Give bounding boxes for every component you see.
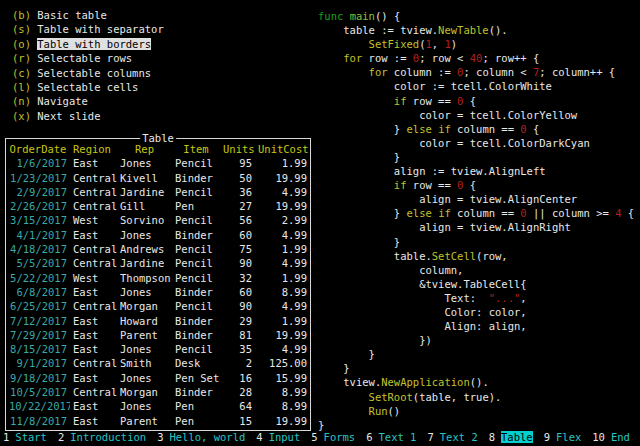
table-cell: 16 — [220, 371, 255, 385]
table-cell: West — [70, 213, 117, 227]
code-line: color = tcell.ColorDarkCyan — [318, 136, 634, 150]
table-panel: Table OrderDateRegionRepItemUnitsUnitCos… — [5, 138, 311, 431]
table-cell: 19.99 — [255, 199, 310, 213]
navbar-slide-table[interactable]: 8Table — [489, 430, 533, 444]
table-cell: East — [70, 156, 117, 170]
menu-shortcut-key: (c) — [12, 67, 31, 79]
table-cell: 32 — [220, 271, 255, 285]
table-cell: Morgan — [117, 385, 172, 399]
terminal-screen: (b) Basic table(s) Table with separator(… — [0, 0, 640, 446]
table-cell: Thompson — [117, 271, 172, 285]
table-cell: East — [70, 328, 117, 342]
menu-item-selectable-cells[interactable]: (l) Selectable cells — [12, 80, 164, 94]
code-line: if row == 0 { — [318, 94, 634, 108]
table-cell: 4.99 — [255, 299, 310, 313]
table-cell: 3/15/2017 — [6, 213, 70, 227]
column-header-region: Region — [70, 142, 117, 156]
table-cell: 4.99 — [255, 185, 310, 199]
menu-item-next-slide[interactable]: (x) Next slide — [12, 109, 164, 123]
code-line: Run() — [318, 404, 634, 418]
table-cell: 50 — [220, 171, 255, 185]
table-cell: Central — [70, 256, 117, 270]
slide-number: 1 — [3, 431, 9, 443]
table-cell: 1/6/2017 — [6, 156, 70, 170]
table-cell: 125.00 — [255, 356, 310, 370]
navbar-slide-start[interactable]: 1Start — [3, 430, 47, 444]
menu-item-selectable-columns[interactable]: (c) Selectable columns — [12, 66, 164, 80]
table-cell: 8/15/2017 — [6, 342, 70, 356]
column-header-unitcost: UnitCost — [255, 142, 310, 156]
slide-label: Introduction — [70, 431, 146, 443]
menu-item-label: Next slide — [37, 110, 100, 122]
table-cell: Jones — [117, 342, 172, 356]
code-line: for row := 0; row < 40; row++ { — [318, 51, 634, 65]
navbar-slide-text-2[interactable]: 7Text 2 — [427, 430, 477, 444]
menu-item-label: Selectable rows — [37, 52, 132, 64]
table-cell: Central — [70, 199, 117, 213]
code-line: Text: "...", — [318, 291, 634, 305]
navbar-slide-input[interactable]: 4Input — [256, 430, 300, 444]
navbar-slide-text-1[interactable]: 6Text 1 — [366, 430, 416, 444]
navbar-slide-flex[interactable]: 9Flex — [544, 430, 582, 444]
table-row: 4/1/2017EastJonesBinder604.99 — [6, 228, 310, 242]
table-cell: Pencil — [172, 299, 220, 313]
table-cell: East — [70, 399, 117, 413]
code-line: Color: color, — [318, 305, 634, 319]
table-cell: Binder — [172, 385, 220, 399]
menu-item-selectable-rows[interactable]: (r) Selectable rows — [12, 51, 164, 65]
code-line: align = tview.AlignCenter — [318, 192, 634, 206]
table-cell: 28 — [220, 385, 255, 399]
code-line: column, — [318, 263, 634, 277]
code-line: SetFixed(1, 1) — [318, 37, 634, 51]
code-line: table := tview.NewTable(). — [318, 23, 634, 37]
table-cell: 36 — [220, 185, 255, 199]
table-row: 5/5/2017CentralJardinePencil904.99 — [6, 256, 310, 270]
table-cell: Pen Set — [172, 371, 220, 385]
table-cell: 35 — [220, 342, 255, 356]
table-row: 10/22/2017EastJonesPen648.99 — [6, 399, 310, 413]
menu-shortcut-key: (s) — [12, 23, 31, 35]
table-row: 6/8/2017EastJonesBinder608.99 — [6, 285, 310, 299]
table-cell: Binder — [172, 328, 220, 342]
menu-item-navigate[interactable]: (n) Navigate — [12, 94, 164, 108]
table-cell: 5/5/2017 — [6, 256, 70, 270]
slide-number: 2 — [58, 431, 64, 443]
menu-shortcut-key: (r) — [12, 52, 31, 64]
table-cell: Pencil — [172, 242, 220, 256]
table-cell: 15 — [220, 414, 255, 428]
code-line: } else if column == 0 || column >= 4 { — [318, 206, 634, 220]
table-cell: Jones — [117, 228, 172, 242]
navbar-slide-introduction[interactable]: 2Introduction — [58, 430, 146, 444]
table-cell: 7/29/2017 — [6, 328, 70, 342]
table-cell: 1.99 — [255, 156, 310, 170]
table-cell: Jones — [117, 371, 172, 385]
navbar-slide-forms[interactable]: 5Forms — [311, 430, 355, 444]
table-cell: Kivell — [117, 171, 172, 185]
slide-label: Table — [501, 431, 533, 443]
table-cell: Jardine — [117, 185, 172, 199]
slide-label: Text 1 — [379, 431, 417, 443]
table-cell: East — [70, 314, 117, 328]
table-cell: West — [70, 271, 117, 285]
code-line: align = tview.AlignRight — [318, 220, 634, 234]
table-cell: 9/18/2017 — [6, 371, 70, 385]
slide-number: 4 — [256, 431, 262, 443]
table-cell: Central — [70, 385, 117, 399]
table-cell: 1/23/2017 — [6, 171, 70, 185]
navbar-slide-end[interactable]: 10End — [592, 430, 630, 444]
table-row: 8/15/2017EastJonesPencil354.99 — [6, 342, 310, 356]
menu-item-basic-table[interactable]: (b) Basic table — [12, 8, 164, 22]
table-cell: East — [70, 414, 117, 428]
table-cell: Pen — [172, 199, 220, 213]
table-cell: Jones — [117, 399, 172, 413]
code-line: table.SetCell(row, — [318, 249, 634, 263]
navbar-slide-hello-world[interactable]: 3Hello, world — [157, 430, 245, 444]
slide-label: Start — [15, 431, 47, 443]
table-row: 5/22/2017WestThompsonPencil321.99 — [6, 271, 310, 285]
menu-item-label: Table with separator — [37, 23, 163, 35]
menu-item-table-with-separator[interactable]: (s) Table with separator — [12, 22, 164, 36]
table-cell: 4.99 — [255, 342, 310, 356]
menu-item-table-with-borders[interactable]: (o) Table with borders — [12, 37, 164, 51]
code-panel: func main() { table := tview.NewTable().… — [318, 9, 634, 432]
slide-number: 6 — [366, 431, 372, 443]
